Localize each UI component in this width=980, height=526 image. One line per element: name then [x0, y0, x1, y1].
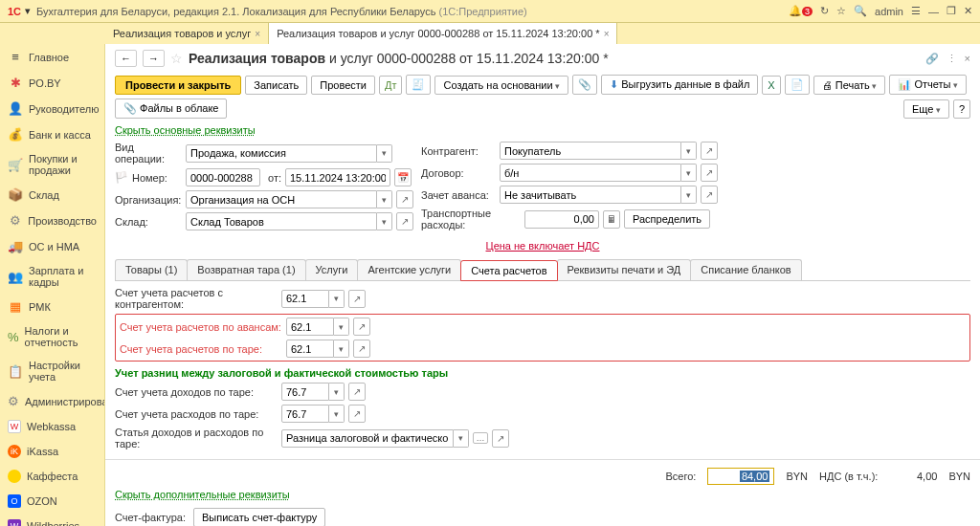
open-icon[interactable]: ↗ — [348, 290, 366, 308]
sidebar-item[interactable]: 👥Зарплата и кадры — [0, 259, 104, 294]
menu-icon[interactable]: ▾ — [25, 5, 31, 17]
excel-icon[interactable]: X — [762, 76, 780, 95]
open-icon[interactable]: ↗ — [353, 318, 370, 336]
open-icon[interactable]: ↗ — [701, 142, 718, 160]
contract-input[interactable] — [500, 164, 681, 182]
sidebar-item[interactable]: ⚙Администрирование — [0, 388, 104, 414]
acc-adv-input[interactable] — [286, 318, 334, 336]
dropdown-icon[interactable]: ▾ — [334, 340, 349, 358]
settings-icon[interactable]: ☰ — [911, 5, 921, 17]
sidebar-item[interactable]: 🚚ОС и НМА — [0, 233, 104, 259]
vat-link[interactable]: Цена не включает НДС — [105, 236, 980, 255]
doc-tab[interactable]: Списание бланков — [690, 259, 801, 280]
close-icon[interactable]: × — [604, 29, 610, 39]
sidebar-item[interactable]: ⚙Производство — [0, 208, 104, 233]
cloud-button[interactable]: 📎 Файлы в облаке — [115, 99, 227, 119]
minimize-icon[interactable]: — — [928, 6, 939, 17]
help-button[interactable]: ? — [953, 99, 970, 119]
print-button[interactable]: 🖨 Печать — [813, 76, 886, 95]
sidebar-item[interactable]: 👤Руководителю — [0, 96, 104, 121]
dropdown-icon[interactable]: ▾ — [681, 164, 697, 182]
forward-button[interactable]: → — [143, 50, 165, 67]
transport-input[interactable] — [524, 210, 599, 229]
dropdown-icon[interactable]: ▾ — [454, 429, 469, 448]
acc-ctr-input[interactable] — [281, 290, 329, 308]
create-based-button[interactable]: Создать на основании — [434, 76, 568, 95]
attach-icon[interactable]: 📎 — [572, 75, 597, 95]
dropdown-icon[interactable]: ▾ — [377, 190, 392, 208]
sidebar-item[interactable]: WWildberries — [0, 514, 104, 526]
flag-icon[interactable]: 🏳️ — [115, 171, 128, 184]
sidebar-item[interactable]: 📦Склад — [0, 182, 104, 208]
advance-input[interactable] — [500, 186, 681, 204]
history-icon[interactable]: ↻ — [820, 5, 829, 17]
acc-inc-input[interactable] — [281, 383, 329, 401]
sidebar-item[interactable]: Каффеста — [0, 464, 104, 489]
total-input[interactable]: 84,00 — [707, 468, 774, 485]
sidebar-item[interactable]: 📋Настройки учета — [0, 354, 104, 388]
sf-button[interactable]: Выписать счет-фактуру — [193, 508, 325, 526]
close-icon[interactable]: ✕ — [964, 5, 972, 17]
dropdown-icon[interactable]: ▾ — [329, 290, 345, 308]
more-icon[interactable]: ⋮ — [947, 53, 957, 65]
sidebar-item[interactable]: ▦РМК — [0, 294, 104, 319]
dropdown-icon[interactable]: ▾ — [329, 383, 345, 401]
doc-tab[interactable]: Реквизиты печати и ЭД — [557, 259, 692, 280]
wh-input[interactable] — [186, 212, 377, 230]
back-button[interactable]: ← — [115, 50, 137, 67]
hide-extra-link[interactable]: Скрыть дополнительные реквизиты — [115, 489, 970, 504]
acc-art-input[interactable] — [281, 429, 454, 448]
open-icon[interactable]: ↗ — [396, 190, 413, 208]
tab-current[interactable]: Реализация товаров и услуг 0000-000288 о… — [269, 23, 617, 44]
sidebar-item[interactable]: WWebkassa — [0, 414, 104, 439]
open-icon[interactable]: ↗ — [701, 164, 718, 182]
sidebar-item[interactable]: %Налоги и отчетность — [0, 319, 104, 354]
org-input[interactable] — [186, 190, 377, 208]
clear-button[interactable]: … — [473, 432, 488, 444]
tab-list[interactable]: Реализация товаров и услуг× — [105, 23, 269, 44]
sidebar-item[interactable]: 💰Банк и касса — [0, 121, 104, 147]
sidebar-item[interactable]: ✱PO.BY — [0, 70, 104, 96]
sidebar-item[interactable]: 🛒Покупки и продажи — [0, 147, 104, 182]
star-icon[interactable]: ☆ — [170, 51, 183, 66]
open-icon[interactable]: ↗ — [353, 340, 370, 358]
post-close-button[interactable]: Провести и закрыть — [115, 76, 241, 95]
dropdown-icon[interactable]: ▾ — [377, 144, 392, 163]
dt-kt-icon[interactable]: Дт — [379, 76, 403, 95]
sidebar-item[interactable]: OOZON — [0, 489, 104, 514]
number-input[interactable] — [186, 168, 260, 186]
open-icon[interactable]: ↗ — [396, 212, 413, 230]
notif-icon[interactable]: 🔔3 — [789, 5, 813, 17]
doc-tab[interactable]: Товары (1) — [115, 259, 188, 280]
sidebar-item[interactable]: iKiKassa — [0, 439, 104, 464]
doc-tab[interactable]: Услуги — [305, 259, 359, 280]
close-icon[interactable]: × — [255, 29, 260, 39]
doc-tab[interactable]: Агентские услуги — [357, 259, 461, 280]
user-label[interactable]: admin — [875, 6, 903, 17]
dropdown-icon[interactable]: ▾ — [377, 212, 392, 230]
dropdown-icon[interactable]: ▾ — [681, 142, 697, 160]
sidebar-item[interactable]: ≡Главное — [0, 44, 104, 70]
dropdown-icon[interactable]: ▾ — [334, 318, 349, 336]
receipt-icon[interactable]: 🧾 — [406, 75, 431, 95]
acc-exp-input[interactable] — [281, 405, 329, 423]
search-icon[interactable]: 🔍 — [854, 5, 867, 17]
dropdown-icon[interactable]: ▾ — [329, 405, 345, 423]
export-button[interactable]: ⬇ Выгрузить данные в файл — [601, 75, 758, 95]
doc-icon[interactable]: 📄 — [785, 75, 810, 95]
open-icon[interactable]: ↗ — [348, 383, 366, 401]
distribute-button[interactable]: Распределить — [624, 209, 710, 229]
hide-main-link[interactable]: Скрыть основные реквизиты — [105, 124, 980, 140]
doc-tab[interactable]: Возвратная тара (1) — [187, 259, 305, 280]
open-icon[interactable]: ↗ — [492, 429, 509, 448]
counterparty-input[interactable] — [500, 142, 681, 160]
close-icon[interactable]: × — [965, 53, 970, 65]
calc-icon[interactable]: 🖩 — [603, 210, 620, 229]
restore-icon[interactable]: ❐ — [947, 5, 956, 17]
acc-tare-input[interactable] — [286, 340, 334, 358]
more-button[interactable]: Еще — [903, 99, 949, 119]
op-type-input[interactable] — [186, 144, 377, 163]
open-icon[interactable]: ↗ — [348, 405, 366, 423]
open-icon[interactable]: ↗ — [701, 186, 718, 204]
doc-tab[interactable]: Счета расчетов — [460, 260, 557, 281]
